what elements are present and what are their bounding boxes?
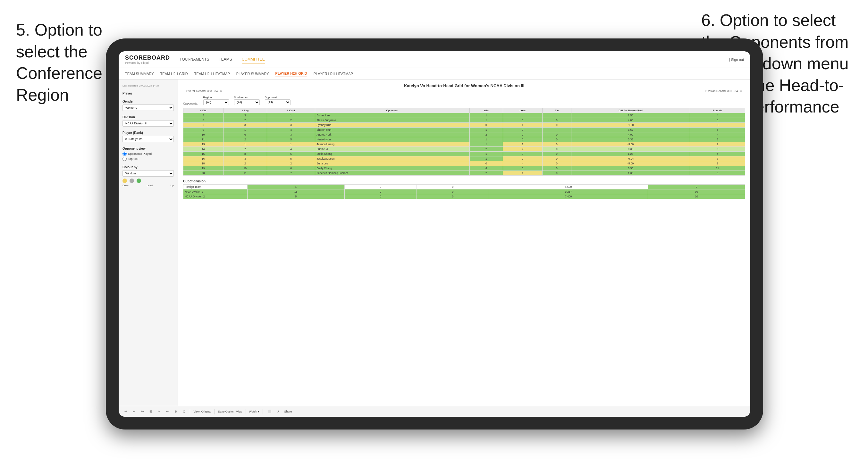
grid-btn[interactable]: ⊞ xyxy=(148,409,153,414)
dot-gray xyxy=(129,179,134,183)
opponents-label: Opponents: xyxy=(183,102,198,105)
division-record: Division Record: 331 - 34 - 6 xyxy=(706,89,742,93)
td-div: 20 xyxy=(183,171,223,176)
td-reg: 3 xyxy=(223,123,267,128)
td-opponent: Euna Lee xyxy=(315,161,469,166)
dot-yellow xyxy=(123,179,127,183)
view-original-btn[interactable]: View: Original xyxy=(193,410,211,413)
td-win: 1 xyxy=(469,118,503,123)
save-custom-btn[interactable]: Save Custom View xyxy=(218,410,242,413)
undo-btn[interactable]: ↩ xyxy=(123,409,128,414)
subnav-team-h2h-grid[interactable]: TEAM H2H GRID xyxy=(160,70,188,77)
clock-btn[interactable]: ⊙ xyxy=(182,409,187,414)
colour-by-select[interactable]: Win/loss xyxy=(123,170,174,177)
player-rank-select[interactable]: 8. Katelyn Vo xyxy=(123,136,174,142)
td-diff: -3.00 xyxy=(571,142,690,147)
td-reg: 8 xyxy=(223,152,267,156)
td-win: 0 xyxy=(469,161,503,166)
td-tie xyxy=(542,128,571,132)
td-div: 3 xyxy=(183,113,223,118)
share-icon[interactable]: ⬜ xyxy=(266,409,273,414)
table-header-row: # Div # Reg # Conf Opponent Win Loss Tie… xyxy=(183,108,745,113)
td-loss: 0 xyxy=(503,137,542,142)
td-div: 6 xyxy=(183,123,223,128)
td-win: 1 xyxy=(469,142,503,147)
table-row: 19 10 6 Emily Chang 4 0 0 0.30 11 xyxy=(183,166,745,171)
td-opponent: Federica Domecq Lacroze xyxy=(315,171,469,176)
radio-top100[interactable]: Top 100 xyxy=(123,157,174,161)
td-conf: 5 xyxy=(267,152,315,156)
division-select[interactable]: NCAA Division III xyxy=(123,120,174,127)
nav-committee[interactable]: COMMITTEE xyxy=(242,56,265,63)
player-label: Player xyxy=(123,92,174,95)
td-win: 4 xyxy=(469,166,503,171)
out-table-row: Foreign Team 1 0 0 4.500 2 xyxy=(183,185,745,189)
filter-region-group: Region (All) xyxy=(203,96,229,105)
td-diff: -0.94 xyxy=(571,156,690,161)
td-rounds: 4 xyxy=(690,113,745,118)
radio-top100-input[interactable] xyxy=(123,157,127,161)
subnav-player-h2h-heatmap[interactable]: PLAYER H2H HEATMAP xyxy=(314,70,353,77)
table-row: 6 3 3 Sydney Kuo 0 1 0 -1.00 3 xyxy=(183,123,745,128)
redo-btn[interactable]: ↪ xyxy=(140,409,145,414)
table-row: 10 6 3 Andrea York 2 0 0 4.00 4 xyxy=(183,132,745,137)
table-row: 18 2 2 Euna Lee 0 4 0 -5.00 2 xyxy=(183,161,745,166)
td-tie: 0 xyxy=(542,171,571,176)
td-conf: 1 xyxy=(267,113,315,118)
td-conf: 5 xyxy=(267,156,315,161)
export-icon[interactable]: ↗ xyxy=(276,409,281,414)
player-section: Player xyxy=(123,92,174,95)
share-btn[interactable]: Share xyxy=(284,410,292,413)
filter-region-select[interactable]: (All) xyxy=(203,99,229,105)
td-diff: 1.50 xyxy=(571,113,690,118)
filter-conference-select[interactable]: (All) xyxy=(234,99,260,105)
td-reg: 1 xyxy=(223,142,267,147)
td-rounds: 6 xyxy=(690,171,745,176)
td-win: 2 xyxy=(469,147,503,152)
td-reg: 1 xyxy=(223,128,267,132)
player-rank-section: Player (Rank) 8. Katelyn Vo xyxy=(123,131,174,142)
out-td-loss: 0 xyxy=(344,185,416,189)
dot-btn[interactable]: ··· xyxy=(165,409,170,414)
subnav-team-h2h-heatmap[interactable]: TEAM H2H HEATMAP xyxy=(194,70,230,77)
table-row: 9 1 4 Sharon Mun 1 0 3.67 3 xyxy=(183,128,745,132)
out-td-diff: 4.500 xyxy=(489,185,648,189)
out-td-rounds: 2 xyxy=(648,185,745,189)
watch-btn[interactable]: Watch ▾ xyxy=(249,410,260,413)
colour-by-label: Colour by xyxy=(123,165,174,169)
table-row: 13 1 1 Jessica Huang 1 1 0 -3.00 2 xyxy=(183,142,745,147)
td-reg: 10 xyxy=(223,166,267,171)
nav-tournaments[interactable]: TOURNAMENTS xyxy=(180,56,209,63)
td-diff: 0.38 xyxy=(571,147,690,152)
td-div: 19 xyxy=(183,166,223,171)
out-td-tie: 0 xyxy=(416,194,489,199)
gender-label: Gender xyxy=(123,100,174,103)
nav-sign-out[interactable]: | Sign out xyxy=(729,58,744,62)
out-td-diff: 7.400 xyxy=(489,194,648,199)
out-td-tie: 0 xyxy=(416,185,489,189)
td-rounds: 3 xyxy=(690,123,745,128)
cut-btn[interactable]: ✂ xyxy=(156,409,162,414)
subnav-team-summary[interactable]: TEAM SUMMARY xyxy=(125,70,154,77)
th-loss: Loss xyxy=(503,108,542,113)
gender-select[interactable]: Women's xyxy=(123,104,174,111)
radio-opponents-played[interactable]: Opponents Played xyxy=(123,152,174,156)
add-btn[interactable]: ⊕ xyxy=(173,409,178,414)
subnav-player-summary[interactable]: PLAYER SUMMARY xyxy=(236,70,269,77)
out-td-win: 15 xyxy=(248,189,345,194)
td-diff: 1.25 xyxy=(571,152,690,156)
td-loss: 4 xyxy=(503,161,542,166)
radio-opponents-played-input[interactable] xyxy=(123,152,127,156)
nav-teams[interactable]: TEAMS xyxy=(219,56,232,63)
filter-opponent-label: Opponent xyxy=(265,96,290,99)
td-opponent: Sydney Kuo xyxy=(315,123,469,128)
undo2-btn[interactable]: ↩ xyxy=(131,409,136,414)
opponent-view-label: Opponent view xyxy=(123,147,174,150)
left-panel: Last Updated: 27/03/2024 14:34 Player Ge… xyxy=(119,80,178,406)
filter-opponent-select[interactable]: (All) xyxy=(265,99,290,105)
subnav-player-h2h-grid[interactable]: PLAYER H2H GRID xyxy=(275,70,307,77)
td-rounds: 3 xyxy=(690,118,745,123)
table-row: 3 3 1 Esther Lee 1 1.50 4 xyxy=(183,113,745,118)
td-win: 1 xyxy=(469,156,503,161)
td-div: 10 xyxy=(183,132,223,137)
